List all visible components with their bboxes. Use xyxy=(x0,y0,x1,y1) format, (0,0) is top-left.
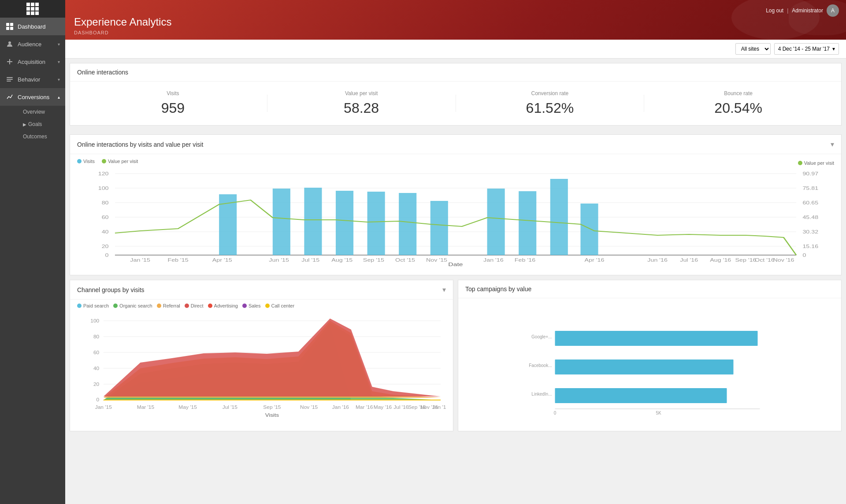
svg-text:40: 40 xyxy=(102,230,109,234)
svg-text:Jul '16: Jul '16 xyxy=(393,405,408,410)
legend-value: Value per visit xyxy=(102,159,138,164)
stat-br-value: 20.54% xyxy=(644,100,832,116)
sales-dot xyxy=(242,304,247,308)
channel-legend: Paid search Organic search Referral Dire… xyxy=(70,300,453,312)
sidebar-item-dashboard[interactable]: Dashboard xyxy=(0,18,65,35)
section-header-interactions: Online interactions xyxy=(70,63,841,82)
toolbar: All sites 4 Dec '14 - 25 Mar '17 ▾ xyxy=(65,40,846,59)
site-select[interactable]: All sites xyxy=(735,43,771,55)
section-title: Online interactions xyxy=(77,69,128,76)
grid-icon xyxy=(26,3,39,15)
sidebar-item-audience[interactable]: Audience ▾ xyxy=(0,35,65,53)
legend-paid-search: Paid search xyxy=(77,303,109,308)
svg-text:May '16: May '16 xyxy=(374,405,392,410)
referral-label: Referral xyxy=(163,303,180,308)
chevron-down-icon: ▾ xyxy=(58,77,60,82)
svg-text:Aug '16: Aug '16 xyxy=(710,258,731,263)
avatar: A xyxy=(827,4,839,17)
sidebar-item-acquisition[interactable]: Acquisition ▾ xyxy=(0,53,65,70)
date-range-selector[interactable]: 4 Dec '14 - 25 Mar '17 ▾ xyxy=(774,43,839,55)
svg-text:5K: 5K xyxy=(656,411,661,415)
paid-search-dot xyxy=(77,304,82,308)
svg-text:Apr '16: Apr '16 xyxy=(585,258,605,263)
online-interactions-section: Online interactions Visits 959 Value per… xyxy=(70,63,842,126)
legend-value-right-label: Value per visit xyxy=(804,160,834,166)
stat-bounce-rate: Bounce rate 20.54% xyxy=(644,90,832,116)
svg-text:Jul '15: Jul '15 xyxy=(223,405,237,410)
sidebar-item-outcomes[interactable]: Outcomes xyxy=(18,130,65,143)
svg-text:Sep '15: Sep '15 xyxy=(263,405,281,410)
svg-text:40: 40 xyxy=(93,366,99,371)
svg-text:0: 0 xyxy=(96,397,100,402)
visits-chart-section: Online interactions by visits and value … xyxy=(70,134,842,275)
stats-row: Visits 959 Value per visit 58.28 Convers… xyxy=(70,82,841,125)
breadcrumb: DASHBOARD xyxy=(74,30,837,35)
svg-text:0: 0 xyxy=(554,411,557,415)
channel-chart: 100 80 60 40 20 0 xyxy=(77,316,446,422)
svg-text:Jan '15: Jan '15 xyxy=(130,258,150,263)
legend-organic-search: Organic search xyxy=(113,303,152,308)
legend-visits-dot xyxy=(77,159,82,163)
behavior-icon xyxy=(5,75,14,84)
chevron-down-icon: ▾ xyxy=(58,42,60,47)
svg-rect-7 xyxy=(7,81,11,82)
svg-text:30.32: 30.32 xyxy=(802,230,818,234)
svg-rect-91 xyxy=(555,331,758,346)
page-title: Experience Analytics xyxy=(74,16,837,28)
channel-groups-title: Channel groups by visits xyxy=(77,286,145,293)
organic-search-label: Organic search xyxy=(119,303,152,308)
svg-text:LinkedIn...: LinkedIn... xyxy=(531,392,552,397)
date-range-chevron: ▾ xyxy=(832,46,835,52)
referral-dot xyxy=(157,304,161,308)
svg-rect-33 xyxy=(367,192,385,255)
svg-text:15.16: 15.16 xyxy=(802,244,818,249)
svg-rect-39 xyxy=(580,204,598,255)
svg-text:Oct '15: Oct '15 xyxy=(395,258,415,263)
svg-rect-6 xyxy=(7,79,13,80)
channel-chart-area: 100 80 60 40 20 0 xyxy=(70,312,453,431)
svg-rect-38 xyxy=(550,179,568,255)
svg-text:60: 60 xyxy=(102,215,109,220)
sales-label: Sales xyxy=(249,303,261,308)
sidebar-logo[interactable] xyxy=(0,0,65,18)
svg-text:Apr '15: Apr '15 xyxy=(212,258,232,263)
channel-collapse-icon[interactable]: ▾ xyxy=(442,285,446,294)
top-campaigns-section: Top campaigns by value Google+... Facebo… xyxy=(458,280,842,431)
svg-text:Feb '15: Feb '15 xyxy=(167,258,188,263)
two-col-section: Channel groups by visits ▾ Paid search O… xyxy=(70,280,842,431)
logout-link[interactable]: Log out xyxy=(766,7,783,14)
sidebar-item-overview[interactable]: Overview xyxy=(18,106,65,118)
svg-rect-1 xyxy=(10,23,13,26)
svg-marker-74 xyxy=(104,319,441,397)
svg-text:20: 20 xyxy=(102,244,109,249)
user-label: Administrator xyxy=(792,7,823,14)
chevron-down-icon: ▾ xyxy=(58,59,60,64)
stat-vpv-label: Value per visit xyxy=(267,90,456,96)
svg-text:75.81: 75.81 xyxy=(802,186,818,191)
sidebar-item-behavior[interactable]: Behavior ▾ xyxy=(0,70,65,88)
svg-text:0: 0 xyxy=(105,253,109,258)
collapse-icon[interactable]: ▾ xyxy=(831,140,834,148)
svg-text:Visits: Visits xyxy=(265,412,279,418)
legend-call-center: Call center xyxy=(265,303,295,308)
stat-value-per-visit: Value per visit 58.28 xyxy=(267,90,456,116)
svg-text:Jun '15: Jun '15 xyxy=(269,258,289,263)
svg-text:Sep '15: Sep '15 xyxy=(363,258,384,263)
svg-text:Jul '16: Jul '16 xyxy=(680,258,698,263)
sidebar-item-goals[interactable]: ▶ Goals xyxy=(18,118,65,130)
stat-visits-label: Visits xyxy=(79,90,267,96)
legend-visits: Visits xyxy=(77,159,95,164)
svg-text:90.97: 90.97 xyxy=(802,171,818,176)
goal-expand-icon: ▶ xyxy=(23,122,26,127)
sidebar-item-label: Acquisition xyxy=(18,59,45,65)
visits-bar-chart: 120 100 80 60 40 20 0 90.97 75.81 60.65 … xyxy=(77,169,834,266)
svg-text:80: 80 xyxy=(102,200,109,205)
legend-value-label: Value per visit xyxy=(108,159,138,164)
sidebar-item-conversions[interactable]: Conversions ▴ xyxy=(0,88,65,106)
svg-text:20: 20 xyxy=(93,382,99,387)
svg-text:Sep '16: Sep '16 xyxy=(735,258,757,263)
svg-point-4 xyxy=(8,41,11,44)
direct-label: Direct xyxy=(191,303,204,308)
direct-dot xyxy=(185,304,189,308)
svg-text:Nov '15: Nov '15 xyxy=(426,258,447,263)
